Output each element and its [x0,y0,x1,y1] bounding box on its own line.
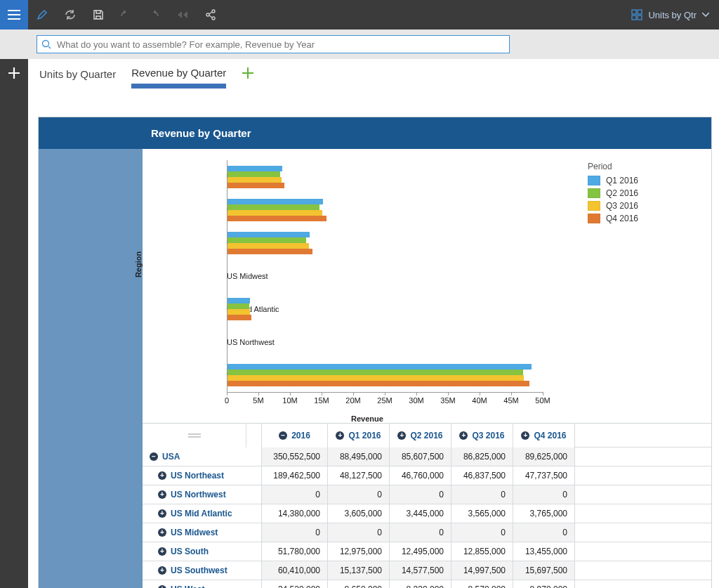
table-row[interactable]: +US Mid Atlantic14,380,0003,605,0003,445… [143,504,711,523]
add-tab-button[interactable] [242,67,254,81]
menu-button[interactable] [0,0,28,30]
cell-value[interactable]: 3,565,000 [451,504,513,523]
cell-value[interactable]: 48,127,500 [328,466,390,485]
legend-item[interactable]: Q3 2016 [588,201,638,211]
legend-item[interactable]: Q4 2016 [588,214,638,223]
cell-value[interactable]: 15,697,500 [513,561,575,580]
cell-value[interactable]: 0 [390,523,451,542]
legend-item[interactable]: Q2 2016 [588,188,638,198]
revenue-bar-chart[interactable]: 05M10M15M20M25M30M35M40M45M50MUS WestUS … [157,153,578,413]
cell-value[interactable]: 14,577,500 [390,561,451,580]
cell-value[interactable]: 89,625,000 [513,447,575,466]
col-header-q4[interactable]: +Q4 2016 [513,424,575,447]
cell-value[interactable]: 8,650,000 [328,580,390,588]
cell-year[interactable]: 0 [262,485,328,504]
bar[interactable] [227,303,249,309]
row-header[interactable]: +US Northeast [143,466,262,485]
grid-corner[interactable] [143,424,246,447]
bar[interactable] [227,298,250,303]
bar[interactable] [227,364,532,370]
bar[interactable] [227,243,309,249]
rewind-button[interactable] [169,0,197,30]
add-content-button[interactable] [7,66,21,82]
cell-value[interactable]: 15,137,500 [328,561,390,580]
tab-units-by-quarter[interactable]: Units by Quarter [39,59,116,89]
row-header[interactable]: +US Southwest [143,561,262,580]
cell-value[interactable]: 47,737,500 [513,466,575,485]
share-button[interactable] [197,0,225,30]
bar[interactable] [227,381,529,386]
cell-year[interactable]: 0 [262,523,328,542]
cell-value[interactable]: 13,455,000 [513,542,575,561]
undo-button[interactable] [112,0,140,30]
cell-value[interactable]: 88,495,000 [328,447,390,466]
cell-year[interactable]: 60,410,000 [262,561,328,580]
cell-value[interactable]: 85,607,500 [390,447,451,466]
save-button[interactable] [84,0,112,30]
bar[interactable] [227,232,310,237]
cell-value[interactable]: 3,765,000 [513,504,575,523]
cell-value[interactable]: 8,570,000 [451,580,513,588]
col-header-2016[interactable]: −2016 [262,424,328,447]
cell-value[interactable]: 0 [513,485,575,504]
cell-value[interactable]: 14,997,500 [451,561,513,580]
bar[interactable] [227,171,280,177]
cell-value[interactable]: 0 [451,485,513,504]
cell-value[interactable]: 0 [328,485,390,504]
table-row[interactable]: −USA350,552,50088,495,00085,607,50086,82… [143,447,711,466]
row-header[interactable]: +US Midwest [143,523,262,542]
tab-revenue-by-quarter[interactable]: Revenue by Quarter [131,59,226,89]
assemble-search-input[interactable] [55,39,505,51]
cell-value[interactable]: 3,445,000 [390,504,451,523]
cell-value[interactable]: 46,760,000 [390,466,451,485]
bar[interactable] [227,216,326,221]
cell-value[interactable]: 8,970,000 [513,580,575,588]
cell-value[interactable]: 12,495,000 [390,542,451,561]
cell-value[interactable]: 12,975,000 [328,542,390,561]
cell-value[interactable]: 0 [390,485,451,504]
grid-splitter[interactable] [246,424,262,447]
row-header[interactable]: +US Mid Atlantic [143,504,262,523]
row-header[interactable]: +US Northwest [143,485,262,504]
col-header-q1[interactable]: +Q1 2016 [328,424,390,447]
bar[interactable] [227,183,284,188]
refresh-button[interactable] [56,0,84,30]
cell-year[interactable]: 51,780,000 [262,542,328,561]
col-header-q2[interactable]: +Q2 2016 [390,424,451,447]
table-row[interactable]: +US Southwest60,410,00015,137,50014,577,… [143,561,711,580]
cell-value[interactable]: 0 [451,523,513,542]
table-row[interactable]: +US South51,780,00012,975,00012,495,0001… [143,542,711,561]
table-row[interactable]: +US Midwest00000 [143,523,711,542]
edit-button[interactable] [28,0,56,30]
cell-year[interactable]: 189,462,500 [262,466,328,485]
cell-year[interactable]: 350,552,500 [262,447,328,466]
cell-year[interactable]: 34,520,000 [262,580,328,588]
view-picker[interactable]: Units by Qtr [621,9,719,20]
assemble-search[interactable] [37,35,510,53]
cell-value[interactable]: 0 [513,523,575,542]
bar[interactable] [227,315,251,320]
cell-value[interactable]: 8,330,000 [390,580,451,588]
col-header-q3[interactable]: +Q3 2016 [451,424,513,447]
cell-value[interactable]: 46,837,500 [451,466,513,485]
bar[interactable] [227,309,250,315]
cell-value[interactable]: 0 [328,523,390,542]
table-row[interactable]: +US West34,520,0008,650,0008,330,0008,57… [143,580,711,588]
row-header[interactable]: +US West [143,580,262,588]
legend-item[interactable]: Q1 2016 [588,176,638,185]
cell-value[interactable]: 12,855,000 [451,542,513,561]
row-header[interactable]: +US South [143,542,262,561]
row-header[interactable]: −USA [143,447,262,466]
bar[interactable] [227,166,282,171]
bar[interactable] [227,210,322,216]
cell-year[interactable]: 14,380,000 [262,504,328,523]
table-row[interactable]: +US Northeast189,462,50048,127,50046,760… [143,466,711,485]
redo-button[interactable] [140,0,169,30]
bar[interactable] [227,237,306,243]
data-grid[interactable]: −2016 +Q1 2016 +Q2 2016 +Q3 2016 +Q4 201… [143,423,711,588]
cell-value[interactable]: 86,825,000 [451,447,513,466]
cell-value[interactable]: 3,605,000 [328,504,390,523]
table-row[interactable]: +US Northwest00000 [143,485,711,504]
bar[interactable] [227,370,523,375]
bar[interactable] [227,375,524,381]
